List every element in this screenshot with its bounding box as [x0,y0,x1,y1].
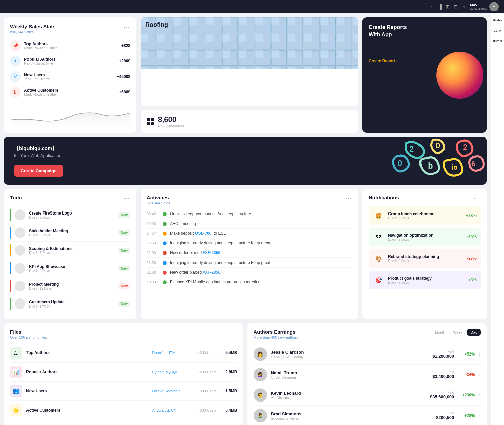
sidebar-right-item-1[interactable]: Prebu [492,17,503,24]
activities-title: Activities [147,195,170,200]
notif-value: +8% [468,278,477,282]
stat-item: ✈ Popular Authors Randy, Steve, Mike +28… [10,53,130,69]
author-arrow-icon[interactable]: › [479,413,481,418]
weekly-sales-title: Weekly Sales Stats [10,23,56,29]
files-menu[interactable]: ⋯ [231,329,237,336]
reports-content: Create Reports With App Create Report › [362,17,487,69]
author-item: 👩‍🦱 Natali Trump UI/UX Designer Paid $3,… [254,365,481,385]
todo-item: Project Meeting Due in 12 Days New [10,277,130,295]
period-week[interactable]: Week [450,329,466,336]
activity-time: 21:03 [147,251,159,255]
period-month[interactable]: Month [432,329,449,336]
author-avatar: 👩‍🦱 [254,368,267,381]
reports-link[interactable]: Create Report › [369,59,481,63]
stat-info: Popular Authors Randy, Steve, Mike [24,57,116,65]
notif-value: +28% [466,213,477,218]
activity-time: 21:03 [147,270,159,274]
todo-bar [10,244,11,256]
notif-name: Product goals strategy [388,276,465,281]
file-item: 📊 Popular Authors Python, MySQL 7200 Use… [10,363,237,382]
activity-item: 16:50 Indulging in poorly driving and ke… [147,238,352,248]
author-info: Brad Simmons Successful Fellas [271,411,420,420]
file-tech: AngularJS, C# [152,408,186,412]
grid-cell-3 [147,122,150,126]
notif-info: Product goals strategy Due in 7 Days [388,276,465,284]
notif-name: Navigation optimization [388,233,463,238]
user-avatar[interactable]: M [489,2,499,11]
activity-text: Outlines keep you honest. And keep struc… [170,211,352,216]
notifications-menu[interactable]: ⋯ [474,195,481,202]
author-change: +28% [458,413,475,418]
todo-menu[interactable]: ⋯ [124,195,130,202]
notif-icon: 🎨 [373,252,385,265]
roofing-label: New Customers [158,124,184,128]
activities-menu[interactable]: ⋯ [346,195,352,202]
todo-card: Todo ⋯ Create FireStone Logo Due in 2 Da… [4,189,136,319]
file-item: 👥 New Users Laravel, Metronic 890 Users … [10,382,237,401]
create-campaign-button[interactable]: Create Campaign [14,165,63,177]
activity-time: 08:42 [147,212,159,216]
file-name: Popular Authors [26,370,148,374]
file-name: New Users [26,389,148,393]
file-size: 5.4MB [221,350,237,355]
stat-items: 📌 Top Authors Mark, Rowling, Esther +82$… [10,38,130,100]
author-arrow-icon[interactable]: › [479,372,481,377]
notif-name: Group lunch celebration [388,211,463,216]
grid2-icon[interactable]: ⊟ [454,4,458,9]
stat-icon: ✈ [10,56,21,66]
activity-link[interactable]: #XF-2356. [203,250,221,255]
files-subtitle: Over 100 pending files [10,335,47,339]
todo-due: Due in 12 Days [29,287,115,290]
stat-item: V New Users John, Pat, Jimmy +4500$ [10,69,130,84]
sidebar-right-item-3[interactable]: Buy N [492,37,503,44]
sales-chart [10,103,130,127]
top-row: Weekly Sales Stats 890,344 Sales ⋯ 📌 Top… [4,17,487,133]
notif-due: Due in 2 Days [388,216,463,220]
todo-info: KPI App Showcase Due in 2 Days [29,264,115,273]
campaign-card: 【biqubiqu.com】 for Your Web Application … [4,137,487,185]
notif-info: Group lunch celebration Due in 2 Days [388,211,463,220]
notif-name: Rebrand strategy planning [388,254,464,259]
activity-text: AEOL meeting [170,221,352,226]
author-change: -34% [458,372,475,377]
authors-header: Authors Earnings More than 400 new autho… [254,329,481,339]
todo-avatar [15,263,25,274]
files-authors-row: Files Over 100 pending files ⋯ 🗂 Top Aut… [4,323,487,425]
activity-text: Make deposit USD 700. to ESL [170,231,352,236]
stat-authors: John, Pat, Jimmy [24,77,114,81]
file-size: 2.8MB [221,370,237,374]
weekly-sales-menu[interactable]: ⋯ [124,23,130,31]
todo-due: Due in 5 Days [29,251,115,255]
sidebar-right: Prebu Get H Buy N [491,13,504,425]
file-size: 5.4MB [221,408,237,413]
activity-dot [163,212,167,216]
file-icon: 👥 [10,385,22,397]
author-avatar: 👩 [254,347,267,361]
file-users: 4600 Users [190,408,217,412]
notif-due: Due in 5 Days [388,259,464,263]
stat-value: +4500$ [117,74,130,79]
grid-squares-icon [147,118,154,125]
roofing-stats: 8,600 New Customers [158,115,184,128]
main-content: Weekly Sales Stats 890,344 Sales ⋯ 📌 Top… [0,13,491,425]
period-tabs: Month Week Day [432,329,481,336]
author-arrow-icon[interactable]: › [479,351,481,357]
author-name: Brad Simmons [271,411,420,416]
brightness-icon[interactable]: ☼ [462,4,466,9]
sidebar-right-item-2[interactable]: Get H [492,27,503,34]
author-paid-label: Paid [424,391,454,394]
period-day[interactable]: Day [467,329,481,336]
author-arrow-icon[interactable]: › [479,392,481,398]
stat-item: b Active Customers Mark, Rowling, Esther… [10,84,130,100]
notif-value: -27% [467,256,477,261]
grid-cell-2 [151,118,154,121]
file-users: 890 Users [190,389,217,393]
activity-link[interactable]: #XF-2356. [203,270,221,275]
todo-bar [10,262,11,274]
grid-icon[interactable]: ⊞ [446,4,450,9]
file-item: ⭐ Active Customers AngularJS, C# 4600 Us… [10,401,237,420]
search-icon[interactable]: ⚬ [430,4,434,9]
activity-link[interactable]: USD 700. [195,231,213,236]
activity-text: New order placed #XF-2356. [170,270,352,275]
roofing-number: 8,600 [158,115,184,124]
